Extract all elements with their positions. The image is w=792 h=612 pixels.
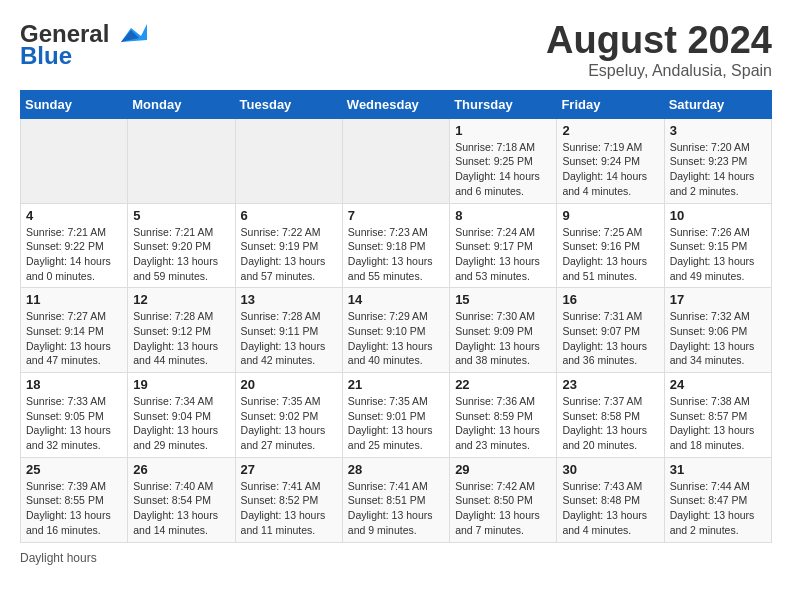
day-info: Sunrise: 7:35 AM Sunset: 9:02 PM Dayligh… (241, 394, 337, 453)
day-number: 24 (670, 377, 766, 392)
calendar-day-cell (21, 118, 128, 203)
day-number: 18 (26, 377, 122, 392)
logo: General Blue (20, 20, 147, 70)
calendar-week-row: 4Sunrise: 7:21 AM Sunset: 9:22 PM Daylig… (21, 203, 772, 288)
day-info: Sunrise: 7:29 AM Sunset: 9:10 PM Dayligh… (348, 309, 444, 368)
calendar-day-cell: 9Sunrise: 7:25 AM Sunset: 9:16 PM Daylig… (557, 203, 664, 288)
day-number: 17 (670, 292, 766, 307)
day-info: Sunrise: 7:21 AM Sunset: 9:22 PM Dayligh… (26, 225, 122, 284)
day-info: Sunrise: 7:22 AM Sunset: 9:19 PM Dayligh… (241, 225, 337, 284)
day-info: Sunrise: 7:40 AM Sunset: 8:54 PM Dayligh… (133, 479, 229, 538)
day-info: Sunrise: 7:27 AM Sunset: 9:14 PM Dayligh… (26, 309, 122, 368)
day-number: 5 (133, 208, 229, 223)
calendar-day-cell: 1Sunrise: 7:18 AM Sunset: 9:25 PM Daylig… (450, 118, 557, 203)
title-section: August 2024 Espeluy, Andalusia, Spain (546, 20, 772, 80)
day-info: Sunrise: 7:28 AM Sunset: 9:11 PM Dayligh… (241, 309, 337, 368)
day-info: Sunrise: 7:20 AM Sunset: 9:23 PM Dayligh… (670, 140, 766, 199)
calendar-day-cell: 5Sunrise: 7:21 AM Sunset: 9:20 PM Daylig… (128, 203, 235, 288)
day-number: 25 (26, 462, 122, 477)
calendar-day-cell: 26Sunrise: 7:40 AM Sunset: 8:54 PM Dayli… (128, 457, 235, 542)
day-info: Sunrise: 7:25 AM Sunset: 9:16 PM Dayligh… (562, 225, 658, 284)
calendar-day-cell: 10Sunrise: 7:26 AM Sunset: 9:15 PM Dayli… (664, 203, 771, 288)
footer-note: Daylight hours (20, 551, 772, 565)
calendar-day-cell: 18Sunrise: 7:33 AM Sunset: 9:05 PM Dayli… (21, 373, 128, 458)
calendar-day-cell: 31Sunrise: 7:44 AM Sunset: 8:47 PM Dayli… (664, 457, 771, 542)
day-number: 6 (241, 208, 337, 223)
calendar-day-cell: 30Sunrise: 7:43 AM Sunset: 8:48 PM Dayli… (557, 457, 664, 542)
day-number: 23 (562, 377, 658, 392)
day-number: 27 (241, 462, 337, 477)
day-number: 3 (670, 123, 766, 138)
day-info: Sunrise: 7:24 AM Sunset: 9:17 PM Dayligh… (455, 225, 551, 284)
calendar-day-cell: 23Sunrise: 7:37 AM Sunset: 8:58 PM Dayli… (557, 373, 664, 458)
day-info: Sunrise: 7:31 AM Sunset: 9:07 PM Dayligh… (562, 309, 658, 368)
day-info: Sunrise: 7:38 AM Sunset: 8:57 PM Dayligh… (670, 394, 766, 453)
day-info: Sunrise: 7:30 AM Sunset: 9:09 PM Dayligh… (455, 309, 551, 368)
calendar-week-row: 25Sunrise: 7:39 AM Sunset: 8:55 PM Dayli… (21, 457, 772, 542)
day-number: 2 (562, 123, 658, 138)
day-info: Sunrise: 7:42 AM Sunset: 8:50 PM Dayligh… (455, 479, 551, 538)
calendar-day-header: Tuesday (235, 90, 342, 118)
calendar-day-cell: 17Sunrise: 7:32 AM Sunset: 9:06 PM Dayli… (664, 288, 771, 373)
calendar-day-cell: 14Sunrise: 7:29 AM Sunset: 9:10 PM Dayli… (342, 288, 449, 373)
day-number: 13 (241, 292, 337, 307)
calendar-day-header: Friday (557, 90, 664, 118)
day-info: Sunrise: 7:19 AM Sunset: 9:24 PM Dayligh… (562, 140, 658, 199)
header: General Blue August 2024 Espeluy, Andalu… (20, 20, 772, 80)
day-info: Sunrise: 7:37 AM Sunset: 8:58 PM Dayligh… (562, 394, 658, 453)
calendar-day-cell: 29Sunrise: 7:42 AM Sunset: 8:50 PM Dayli… (450, 457, 557, 542)
day-number: 9 (562, 208, 658, 223)
calendar-day-cell: 4Sunrise: 7:21 AM Sunset: 9:22 PM Daylig… (21, 203, 128, 288)
day-number: 31 (670, 462, 766, 477)
day-number: 14 (348, 292, 444, 307)
calendar-day-cell: 27Sunrise: 7:41 AM Sunset: 8:52 PM Dayli… (235, 457, 342, 542)
calendar-day-cell: 24Sunrise: 7:38 AM Sunset: 8:57 PM Dayli… (664, 373, 771, 458)
day-info: Sunrise: 7:28 AM Sunset: 9:12 PM Dayligh… (133, 309, 229, 368)
day-number: 7 (348, 208, 444, 223)
calendar-day-cell: 2Sunrise: 7:19 AM Sunset: 9:24 PM Daylig… (557, 118, 664, 203)
day-number: 15 (455, 292, 551, 307)
calendar-day-cell: 11Sunrise: 7:27 AM Sunset: 9:14 PM Dayli… (21, 288, 128, 373)
day-number: 10 (670, 208, 766, 223)
day-info: Sunrise: 7:32 AM Sunset: 9:06 PM Dayligh… (670, 309, 766, 368)
calendar-day-cell: 7Sunrise: 7:23 AM Sunset: 9:18 PM Daylig… (342, 203, 449, 288)
day-info: Sunrise: 7:35 AM Sunset: 9:01 PM Dayligh… (348, 394, 444, 453)
day-info: Sunrise: 7:34 AM Sunset: 9:04 PM Dayligh… (133, 394, 229, 453)
day-number: 11 (26, 292, 122, 307)
day-number: 28 (348, 462, 444, 477)
day-info: Sunrise: 7:23 AM Sunset: 9:18 PM Dayligh… (348, 225, 444, 284)
calendar-day-header: Wednesday (342, 90, 449, 118)
day-number: 12 (133, 292, 229, 307)
calendar-day-cell (128, 118, 235, 203)
calendar-week-row: 1Sunrise: 7:18 AM Sunset: 9:25 PM Daylig… (21, 118, 772, 203)
day-info: Sunrise: 7:33 AM Sunset: 9:05 PM Dayligh… (26, 394, 122, 453)
day-info: Sunrise: 7:21 AM Sunset: 9:20 PM Dayligh… (133, 225, 229, 284)
calendar-day-cell: 21Sunrise: 7:35 AM Sunset: 9:01 PM Dayli… (342, 373, 449, 458)
day-number: 1 (455, 123, 551, 138)
day-info: Sunrise: 7:41 AM Sunset: 8:51 PM Dayligh… (348, 479, 444, 538)
calendar-day-cell: 6Sunrise: 7:22 AM Sunset: 9:19 PM Daylig… (235, 203, 342, 288)
calendar-day-header: Thursday (450, 90, 557, 118)
calendar-day-cell: 16Sunrise: 7:31 AM Sunset: 9:07 PM Dayli… (557, 288, 664, 373)
calendar-day-cell: 12Sunrise: 7:28 AM Sunset: 9:12 PM Dayli… (128, 288, 235, 373)
day-number: 29 (455, 462, 551, 477)
calendar-day-cell: 25Sunrise: 7:39 AM Sunset: 8:55 PM Dayli… (21, 457, 128, 542)
calendar-day-header: Saturday (664, 90, 771, 118)
calendar-day-cell (235, 118, 342, 203)
day-number: 4 (26, 208, 122, 223)
day-number: 20 (241, 377, 337, 392)
calendar-day-cell: 22Sunrise: 7:36 AM Sunset: 8:59 PM Dayli… (450, 373, 557, 458)
calendar-day-cell: 8Sunrise: 7:24 AM Sunset: 9:17 PM Daylig… (450, 203, 557, 288)
day-number: 19 (133, 377, 229, 392)
calendar-week-row: 18Sunrise: 7:33 AM Sunset: 9:05 PM Dayli… (21, 373, 772, 458)
day-info: Sunrise: 7:39 AM Sunset: 8:55 PM Dayligh… (26, 479, 122, 538)
main-title: August 2024 (546, 20, 772, 62)
day-info: Sunrise: 7:43 AM Sunset: 8:48 PM Dayligh… (562, 479, 658, 538)
day-info: Sunrise: 7:36 AM Sunset: 8:59 PM Dayligh… (455, 394, 551, 453)
calendar-day-cell (342, 118, 449, 203)
calendar-table: SundayMondayTuesdayWednesdayThursdayFrid… (20, 90, 772, 543)
calendar-day-cell: 19Sunrise: 7:34 AM Sunset: 9:04 PM Dayli… (128, 373, 235, 458)
day-info: Sunrise: 7:41 AM Sunset: 8:52 PM Dayligh… (241, 479, 337, 538)
day-number: 22 (455, 377, 551, 392)
subtitle: Espeluy, Andalusia, Spain (546, 62, 772, 80)
